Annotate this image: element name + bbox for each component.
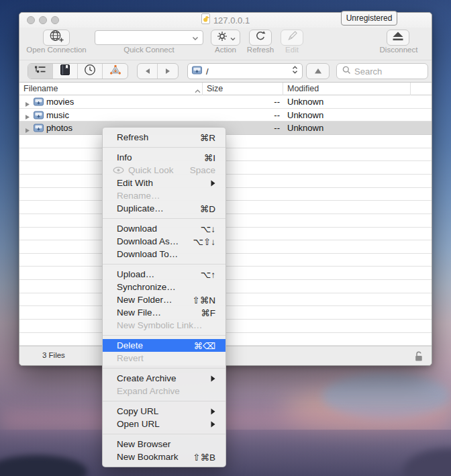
menu-item-delete[interactable]: Delete⌘⌫	[103, 339, 225, 352]
context-menu: Refresh⌘R Info⌘I Quick LookSpace Edit Wi…	[102, 127, 226, 467]
file-modified: Unknown	[287, 97, 323, 107]
menu-item-expand-archive[interactable]: Expand Archive	[103, 385, 225, 397]
open-connection-label: Open Connection	[23, 46, 90, 54]
menu-item-quick-look[interactable]: Quick LookSpace	[103, 164, 225, 177]
menu-item-revert[interactable]: Revert	[103, 352, 225, 365]
column-header-filename[interactable]: Filename	[23, 84, 58, 93]
folder-drive-icon	[34, 97, 44, 108]
column-header-size[interactable]: Size	[207, 84, 223, 93]
refresh-icon	[254, 30, 267, 46]
menu-item-copy-url[interactable]: Copy URL	[103, 405, 225, 418]
file-name: photos	[46, 123, 72, 133]
back-button[interactable]	[138, 64, 158, 79]
forward-button[interactable]	[158, 64, 178, 79]
menu-separator	[103, 368, 225, 369]
menu-separator	[103, 434, 225, 434]
table-row-movies[interactable]: movies -- Unknown	[19, 95, 432, 109]
disconnect-label: Disconnect	[371, 46, 426, 54]
menu-item-new-browser[interactable]: New Browser	[103, 438, 225, 450]
outline-view-icon	[34, 65, 46, 78]
file-name: music	[46, 110, 69, 120]
current-path: /	[206, 66, 288, 77]
unregistered-badge[interactable]: Unregistered	[341, 11, 397, 26]
menu-item-download[interactable]: Download⌥↓	[103, 222, 225, 235]
folder-drive-icon	[34, 111, 44, 122]
menu-item-upload[interactable]: Upload…⌥↑	[103, 268, 225, 281]
eye-icon	[113, 166, 124, 174]
eject-icon	[391, 31, 405, 44]
menu-item-new-symbolic-link[interactable]: New Symbolic Link…	[103, 319, 225, 332]
drive-icon	[192, 65, 202, 77]
file-size: --	[221, 97, 280, 107]
search-placeholder: Search	[354, 66, 382, 77]
submenu-arrow-icon	[211, 180, 215, 187]
menu-item-create-archive[interactable]: Create Archive	[103, 372, 225, 385]
menu-item-new-folder[interactable]: New Folder…⇧⌘N	[103, 293, 225, 306]
search-field[interactable]: Search	[336, 63, 428, 79]
open-connection-button[interactable]	[43, 30, 70, 46]
chevron-down-icon	[230, 32, 236, 44]
path-dropdown[interactable]: /	[187, 63, 303, 79]
menu-item-duplicate[interactable]: Duplicate…⌘D	[103, 202, 225, 215]
navigation-bar: / Search	[19, 60, 432, 83]
menu-item-info[interactable]: Info⌘I	[103, 151, 225, 164]
unlocked-padlock-icon[interactable]	[414, 350, 423, 365]
menu-item-download-to[interactable]: Download To…	[103, 248, 225, 260]
sort-ascending-icon	[195, 86, 201, 95]
menu-separator	[103, 335, 225, 336]
table-header: Filename Size Modified	[19, 83, 432, 95]
bookmarks-view-button[interactable]	[53, 64, 78, 79]
quick-connect-combobox[interactable]	[95, 30, 203, 45]
up-arrow-icon	[314, 65, 322, 77]
file-count: 3 Files	[42, 351, 65, 359]
edit-button[interactable]	[281, 30, 303, 46]
menu-item-edit-with[interactable]: Edit With	[103, 177, 225, 189]
pencil-icon	[285, 30, 299, 46]
window-title: 127.0.0.1	[213, 15, 250, 26]
edit-label: Edit	[272, 46, 312, 54]
menu-separator	[103, 264, 225, 265]
globe-plus-icon	[48, 29, 64, 46]
quick-connect-label: Quick Connect	[109, 46, 189, 54]
action-label: Action	[205, 46, 246, 54]
view-segmented-control	[28, 63, 128, 79]
menu-item-new-file[interactable]: New File…⌘F	[103, 306, 225, 319]
file-size: --	[221, 123, 280, 133]
folder-drive-icon	[34, 124, 44, 134]
action-button[interactable]	[211, 30, 240, 46]
history-view-button[interactable]	[78, 64, 103, 79]
parent-directory-button[interactable]	[306, 63, 330, 79]
menu-item-new-bookmark[interactable]: New Bookmark⇧⌘B	[103, 450, 225, 463]
menu-item-download-as[interactable]: Download As…⌥⇧↓	[103, 235, 225, 248]
document-duck-icon	[201, 13, 210, 27]
menu-separator	[103, 218, 225, 219]
column-header-modified[interactable]: Modified	[287, 84, 319, 93]
disconnect-button[interactable]	[387, 30, 409, 46]
file-modified: Unknown	[287, 123, 323, 133]
menu-item-rename[interactable]: Rename…	[103, 189, 225, 202]
disclosure-triangle-icon[interactable]	[25, 112, 30, 122]
menu-item-synchronize[interactable]: Synchronize…	[103, 281, 225, 293]
table-row-music[interactable]: music -- Unknown	[19, 109, 432, 122]
search-icon	[342, 65, 351, 77]
book-icon	[60, 64, 70, 78]
file-modified: Unknown	[287, 110, 323, 120]
bonjour-view-button[interactable]	[103, 64, 128, 79]
column-divider[interactable]	[410, 83, 411, 95]
menu-separator	[103, 147, 225, 148]
column-divider[interactable]	[202, 83, 203, 95]
history-navigation-control	[137, 63, 179, 79]
file-name: movies	[46, 97, 74, 107]
menu-item-refresh[interactable]: Refresh⌘R	[103, 131, 225, 144]
column-divider[interactable]	[283, 83, 283, 95]
disclosure-triangle-icon[interactable]	[25, 99, 30, 109]
menu-item-open-url[interactable]: Open URL	[103, 418, 225, 430]
disclosure-triangle-icon[interactable]	[25, 126, 30, 136]
forward-icon	[164, 65, 171, 77]
chevron-down-icon	[192, 32, 199, 44]
file-size: --	[221, 110, 280, 120]
refresh-button[interactable]	[249, 30, 272, 46]
bonjour-icon	[109, 64, 121, 79]
outline-view-button[interactable]	[28, 64, 53, 79]
stepper-icon	[292, 65, 298, 77]
